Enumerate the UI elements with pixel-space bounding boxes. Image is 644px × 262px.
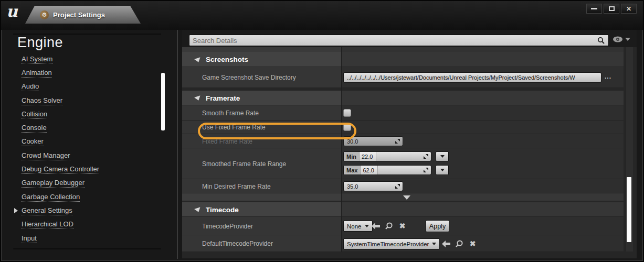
sidebar-list: AI System Animation Audio Chaos Solver C… <box>9 52 160 245</box>
row-game-screenshot-save-directory: Game Screenshot Save Directory ../../../… <box>182 67 624 88</box>
sidebar-scrollbar[interactable] <box>161 73 165 130</box>
property-label: Smooth Frame Rate <box>202 110 259 117</box>
sidebar-item-gameplay-debugger[interactable]: Gameplay Debugger <box>9 177 160 190</box>
eye-icon <box>613 36 623 42</box>
browse-asset-button[interactable] <box>454 238 464 248</box>
gear-icon: ⚙ <box>40 10 49 19</box>
section-header-framerate[interactable]: Framerate <box>182 91 624 105</box>
sidebar-item-chaos-solver[interactable]: Chaos Solver <box>9 94 160 107</box>
min-chip: Min <box>344 152 360 161</box>
value-slider-icon <box>423 167 429 173</box>
max-chip: Max <box>344 166 361 174</box>
tab-project-settings[interactable]: ⚙ Project Settings <box>25 6 141 24</box>
close-button[interactable]: ✕ <box>621 4 637 14</box>
smoothed-range-max-input[interactable]: Max 62.0 <box>343 165 431 175</box>
row-fixed-frame-rate: Fixed Frame Rate 30.0 <box>182 134 624 148</box>
arrow-left-icon <box>372 223 380 230</box>
sidebar-item-input[interactable]: Input <box>9 232 160 245</box>
sidebar-category-title: Engine <box>17 35 63 51</box>
browse-directory-button[interactable]: ... <box>605 73 611 80</box>
value-slider-icon <box>395 183 400 189</box>
clear-asset-button[interactable]: ✖ <box>468 239 477 248</box>
sidebar-item-debug-camera-controller[interactable]: Debug Camera Controller <box>9 162 160 176</box>
magnifier-icon <box>385 222 393 230</box>
save-directory-input[interactable]: ../../../../../../../Users/jstewart/Docu… <box>343 72 601 83</box>
search-input[interactable] <box>189 37 597 45</box>
panel-divider <box>177 30 178 259</box>
settings-sidebar: Engine AI System Animation Audio Chaos S… <box>9 30 176 256</box>
expand-arrow-icon <box>14 208 18 213</box>
browse-asset-button[interactable] <box>384 221 394 231</box>
show-advanced-button[interactable] <box>182 193 624 201</box>
sidebar-item-console[interactable]: Console <box>9 121 160 135</box>
property-label: Game Screenshot Save Directory <box>202 74 296 81</box>
min-range-dropdown-button[interactable] <box>436 151 449 161</box>
expand-more-icon <box>403 195 410 200</box>
max-range-dropdown-button[interactable] <box>436 165 449 175</box>
property-label: Min Desired Frame Rate <box>202 183 271 190</box>
value-slider-icon <box>423 154 429 159</box>
sidebar-item-collision[interactable]: Collision <box>9 107 160 121</box>
search-box <box>189 35 609 46</box>
details-panel: Screenshots Game Screenshot Save Directo… <box>182 30 637 258</box>
chevron-down-icon <box>440 169 445 171</box>
arrow-left-icon <box>442 241 450 247</box>
row-min-desired-frame-rate: Min Desired Frame Rate 35.0 <box>182 179 624 193</box>
window-controls: ✕ <box>586 4 637 14</box>
clear-asset-button[interactable]: ✖ <box>398 221 407 230</box>
details-scrollbar-thumb[interactable] <box>627 177 631 242</box>
clear-x-icon: ✖ <box>470 239 476 248</box>
smooth-frame-rate-checkbox[interactable] <box>343 109 351 117</box>
column-splitter[interactable] <box>341 47 342 252</box>
view-options-button[interactable] <box>613 36 630 42</box>
use-fixed-frame-rate-checkbox[interactable] <box>343 123 351 131</box>
sidebar-item-audio[interactable]: Audio <box>9 80 160 94</box>
collapse-arrow-icon <box>194 57 202 63</box>
tab-title: Project Settings <box>53 11 105 19</box>
collapse-arrow-icon <box>194 95 202 101</box>
chevron-down-icon <box>440 155 445 158</box>
row-smoothed-frame-rate-range: Smoothed Frame Rate Range Min 22.0 Max 6… <box>182 148 624 179</box>
sidebar-item-hierarchical-lod[interactable]: Hierarchical LOD <box>9 218 160 232</box>
sidebar-item-general-settings[interactable]: General Settings <box>9 204 160 217</box>
min-desired-frame-rate-input[interactable]: 35.0 <box>343 181 403 191</box>
details-tree: Screenshots Game Screenshot Save Directo… <box>182 47 637 258</box>
close-icon: ✕ <box>626 6 631 12</box>
sidebar-item-ai-system[interactable]: AI System <box>9 52 160 66</box>
unreal-engine-logo: u <box>6 2 18 20</box>
minimize-button[interactable] <box>586 4 602 14</box>
timecode-provider-dropdown[interactable]: None <box>343 221 373 232</box>
apply-button[interactable]: Apply <box>426 220 449 232</box>
smoothed-range-min-input[interactable]: Min 22.0 <box>343 151 431 161</box>
row-smooth-frame-rate: Smooth Frame Rate <box>182 105 624 121</box>
default-timecode-provider-dropdown[interactable]: SystemTimeTimecodeProvider <box>343 238 440 249</box>
collapse-arrow-icon <box>194 207 202 213</box>
chevron-down-icon <box>365 225 369 227</box>
chevron-down-icon <box>432 243 436 245</box>
row-timecode-provider: TimecodeProvider None ✖ Apply <box>182 217 624 235</box>
sidebar-item-animation[interactable]: Animation <box>9 66 160 80</box>
sidebar-item-cooker[interactable]: Cooker <box>9 135 160 149</box>
clear-x-icon: ✖ <box>399 222 406 230</box>
property-label: Fixed Frame Rate <box>202 138 252 145</box>
project-settings-window: u ⚙ Project Settings ✕ ✕ Engine AI Syste… <box>0 0 644 262</box>
property-label: TimecodeProvider <box>202 223 253 230</box>
fixed-frame-rate-input: 30.0 <box>343 136 403 146</box>
titlebar: u ⚙ Project Settings ✕ ✕ <box>1 1 643 30</box>
chevron-down-icon <box>625 38 630 41</box>
restore-icon <box>609 6 615 11</box>
minimize-icon <box>591 8 597 9</box>
search-row <box>182 30 637 47</box>
details-header-strip <box>182 47 624 52</box>
sidebar-item-crowd-manager[interactable]: Crowd Manager <box>9 149 160 162</box>
section-header-screenshots[interactable]: Screenshots <box>182 52 624 67</box>
restore-button[interactable] <box>604 4 619 14</box>
section-header-timecode[interactable]: Timecode <box>182 202 624 217</box>
sidebar-item-garbage-collection[interactable]: Garbage Collection <box>9 190 160 204</box>
search-icon <box>597 37 605 45</box>
value-slider-icon <box>395 138 400 144</box>
row-use-fixed-frame-rate: Use Fixed Frame Rate <box>182 121 624 134</box>
use-selected-asset-button[interactable] <box>441 239 451 248</box>
property-label: Use Fixed Frame Rate <box>202 124 266 131</box>
use-selected-asset-button[interactable] <box>371 221 381 231</box>
